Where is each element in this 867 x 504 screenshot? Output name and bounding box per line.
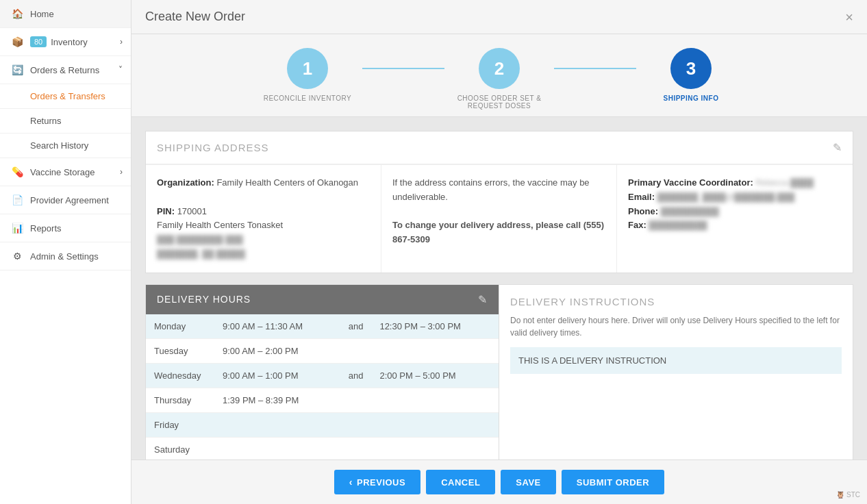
edit-icon[interactable]: ✎ xyxy=(833,141,842,154)
sidebar-label-inventory: Inventory xyxy=(51,37,87,47)
coordinator-label: Primary Vaccine Coordinator: xyxy=(628,177,753,188)
sidebar-item-search-history[interactable]: Search History xyxy=(0,134,131,158)
and-4 xyxy=(340,412,372,437)
step-3-circle: 3 xyxy=(670,48,712,89)
chevron-right-icon-2: › xyxy=(120,167,123,177)
shipping-address-header: SHIPPING ADDRESS ✎ xyxy=(146,131,853,164)
step-1: 1 RECONCILE INVENTORY xyxy=(253,48,362,102)
email-label: Email: xyxy=(628,192,655,202)
delivery-section: DELIVERY HOURS ✎ Monday 9:00 AM – 11:30 … xyxy=(145,284,853,459)
sidebar-label-reports: Reports xyxy=(30,223,62,234)
warning-text: If the address contains errors, the vacc… xyxy=(392,177,590,202)
sidebar-item-vaccine-storage[interactable]: 💊 Vaccine Storage › xyxy=(0,158,131,186)
stc-logo: 🦉 STC xyxy=(836,491,860,499)
step-3-label: SHIPPING INFO xyxy=(664,94,719,102)
sidebar-label-vaccine: Vaccine Storage xyxy=(30,167,95,177)
coordinator-name: Rebecca ████ xyxy=(755,178,814,188)
delivery-hours-card: DELIVERY HOURS ✎ Monday 9:00 AM – 11:30 … xyxy=(145,284,499,459)
time1-3: 1:39 PM – 8:39 PM xyxy=(214,388,340,412)
address-grid: Organization: Family Health Centers of O… xyxy=(146,164,853,273)
email-value: ███████_████@███████.███ xyxy=(657,192,795,202)
close-button[interactable]: × xyxy=(845,10,853,24)
fax-value: ██████████ xyxy=(649,220,707,230)
day-monday: Monday xyxy=(146,314,214,339)
and-5 xyxy=(340,437,372,459)
hours-table: Monday 9:00 AM – 11:30 AM and 12:30 PM –… xyxy=(146,314,499,459)
address-line1: ███ ████████ ███ xyxy=(157,235,243,244)
reports-icon: 📊 xyxy=(11,223,23,234)
time2-3 xyxy=(371,388,499,412)
step-2: 2 CHOOSE ORDER SET & REQUEST DOSES xyxy=(444,48,554,110)
time1-4 xyxy=(214,412,340,437)
step-2-label: CHOOSE ORDER SET & REQUEST DOSES xyxy=(444,94,554,110)
and-2: and xyxy=(340,363,372,388)
org-value: Family Health Centers of Okanogan xyxy=(216,177,358,188)
save-button[interactable]: SAVE xyxy=(501,470,555,494)
sidebar-label-orders-transfers: Orders & Transfers xyxy=(30,91,105,101)
sidebar-label-admin: Admin & Settings xyxy=(30,251,99,262)
delivery-hours-title: DELIVERY HOURS xyxy=(157,294,251,305)
shipping-address-title: SHIPPING ADDRESS xyxy=(157,142,269,153)
address-col-warning: If the address contains errors, the vacc… xyxy=(381,165,617,273)
fax-label: Fax: xyxy=(628,220,646,230)
cancel-button[interactable]: CANCEL xyxy=(426,470,495,494)
address-warning: If the address contains errors, the vacc… xyxy=(392,176,605,247)
facility-name: Family Health Centers Tonasket xyxy=(157,220,283,230)
day-tuesday: Tuesday xyxy=(146,338,214,363)
sidebar-label-provider: Provider Agreement xyxy=(30,195,109,205)
sidebar-item-orders-transfers[interactable]: Orders & Transfers xyxy=(0,84,131,109)
inventory-badge: 80 xyxy=(30,36,47,47)
step-connector-1 xyxy=(362,68,444,69)
admin-icon: ⚙ xyxy=(11,251,23,262)
inventory-icon: 📦 xyxy=(11,36,23,47)
and-3 xyxy=(340,388,372,412)
sidebar-item-home[interactable]: 🏠 Home xyxy=(0,0,131,28)
vaccine-icon: 💊 xyxy=(11,166,23,177)
and-1 xyxy=(340,338,372,363)
time2-5 xyxy=(371,437,499,459)
sidebar-item-inventory[interactable]: 📦 80 Inventory › xyxy=(0,28,131,56)
phone-value: ██████████ xyxy=(661,207,719,216)
delivery-instructions-card: DELIVERY INSTRUCTIONS Do not enter deliv… xyxy=(499,284,853,459)
provider-icon: 📄 xyxy=(11,194,23,205)
dialog-title: Create New Order xyxy=(145,10,245,24)
day-thursday: Thursday xyxy=(146,388,214,412)
sidebar-label-orders: Orders & Returns xyxy=(30,65,99,75)
sidebar-item-provider-agreement[interactable]: 📄 Provider Agreement xyxy=(0,186,131,214)
address-line2: ███████, ██ █████ xyxy=(157,249,245,259)
pin-value: 170001 xyxy=(177,206,207,216)
pin-label: PIN: xyxy=(157,206,175,216)
sidebar-label-home: Home xyxy=(30,9,54,19)
shipping-address-card: SHIPPING ADDRESS ✎ Organization: Family … xyxy=(145,131,853,273)
previous-button[interactable]: ‹ PREVIOUS xyxy=(334,470,420,494)
sidebar-item-orders-returns[interactable]: 🔄 Orders & Returns ˅ xyxy=(0,56,131,84)
orders-icon: 🔄 xyxy=(11,64,23,75)
sidebar: 🏠 Home 📦 80 Inventory › 🔄 Orders & Retur… xyxy=(0,0,131,504)
time2-0: 12:30 PM – 3:00 PM xyxy=(371,314,499,339)
home-icon: 🏠 xyxy=(11,8,23,19)
time1-1: 9:00 AM – 2:00 PM xyxy=(214,338,340,363)
time2-4 xyxy=(371,412,499,437)
delivery-instruction-box: THIS IS A DELIVERY INSTRUCTION xyxy=(510,347,842,374)
sidebar-label-search-history: Search History xyxy=(30,140,88,151)
delivery-instructions-desc: Do not enter delivery hours here. Driver… xyxy=(510,314,842,339)
time1-2: 9:00 AM – 1:00 PM xyxy=(214,363,340,388)
chevron-down-icon: ˅ xyxy=(118,65,123,75)
sidebar-item-returns[interactable]: Returns xyxy=(0,109,131,134)
address-col-org: Organization: Family Health Centers of O… xyxy=(146,165,381,273)
phone-label: Phone: xyxy=(628,206,658,216)
sidebar-item-admin[interactable]: ⚙ Admin & Settings xyxy=(0,242,131,270)
day-friday: Friday xyxy=(146,412,214,437)
edit-hours-icon[interactable]: ✎ xyxy=(478,293,488,306)
submit-order-button[interactable]: SUBMIT ORDER xyxy=(562,470,664,494)
sidebar-item-reports[interactable]: 📊 Reports xyxy=(0,214,131,242)
stepper: 1 RECONCILE INVENTORY 2 CHOOSE ORDER SET… xyxy=(131,34,867,117)
org-label: Organization: xyxy=(157,177,214,188)
time1-5 xyxy=(214,437,340,459)
footer: ‹ PREVIOUS CANCEL SAVE SUBMIT ORDER xyxy=(131,459,867,504)
day-saturday: Saturday xyxy=(146,437,214,459)
chevron-right-icon: › xyxy=(120,37,123,47)
dialog-header: Create New Order × xyxy=(131,0,867,34)
and-0: and xyxy=(340,314,372,339)
step-1-circle: 1 xyxy=(287,48,328,89)
